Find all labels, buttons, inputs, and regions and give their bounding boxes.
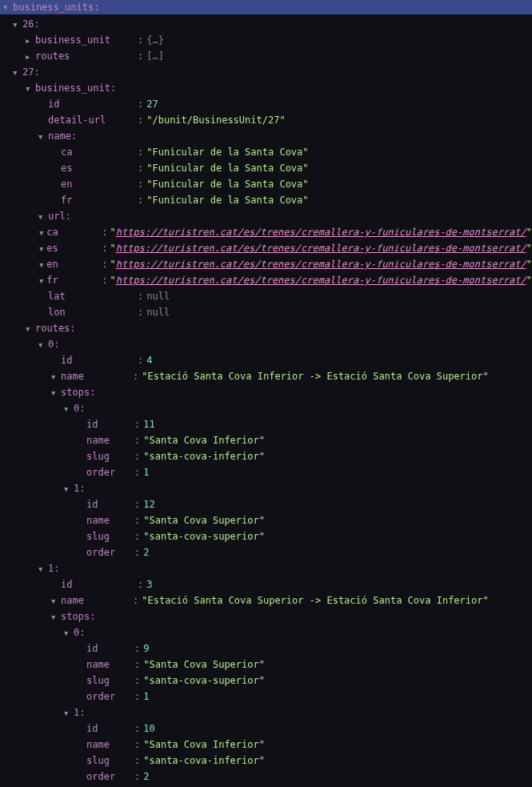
node-26-bu[interactable]: business_unit: {…}: [0, 32, 532, 48]
url-link[interactable]: https://turistren.cat/es/trenes/cremalle…: [116, 272, 526, 288]
node-route-0-stops[interactable]: stops:: [0, 384, 532, 400]
node-r0-s0-name[interactable]: name: "Santa Cova Inferior": [0, 432, 532, 448]
node-r1-s1-order[interactable]: order: 2: [0, 769, 532, 785]
key: id: [48, 96, 138, 112]
node-r1-s1-name[interactable]: name: "Santa Cova Inferior": [0, 737, 532, 753]
chevron-down-icon[interactable]: [26, 321, 35, 337]
node-r0-s0-id[interactable]: id: 11: [0, 416, 532, 432]
key: id: [86, 640, 134, 657]
url-link[interactable]: https://turistren.cat/es/trenes/cremalle…: [116, 240, 526, 256]
key: 26: [22, 16, 34, 32]
chevron-down-icon[interactable]: [64, 401, 74, 417]
node-r1-s0-slug[interactable]: slug: "santa-cova-superior": [0, 673, 532, 689]
node-27[interactable]: 27:: [0, 64, 532, 80]
chevron-down-icon[interactable]: [13, 65, 22, 81]
node-name-es[interactable]: es: "Funicular de la Santa Cova": [0, 160, 532, 176]
url-link[interactable]: https://turistren.cat/es/trenes/cremalle…: [116, 256, 526, 272]
node-url-ca[interactable]: ca: "https://turistren.cat/es/trenes/cre…: [0, 224, 532, 240]
chevron-right-icon[interactable]: [26, 49, 35, 65]
key: lat: [48, 288, 138, 304]
chevron-down-icon[interactable]: [39, 241, 46, 257]
node-url-en[interactable]: en: "https://turistren.cat/es/trenes/cre…: [0, 256, 532, 272]
node-27-routes[interactable]: routes:: [0, 320, 532, 336]
key: name: [86, 657, 134, 673]
node-r0-s0[interactable]: 0:: [0, 400, 532, 416]
node-route-0-id[interactable]: id: 4: [0, 352, 532, 368]
node-r1-s1[interactable]: 1:: [0, 705, 532, 721]
node-26[interactable]: 26:: [0, 16, 532, 32]
node-27-bu-url[interactable]: url:: [0, 208, 532, 224]
chevron-down-icon[interactable]: [51, 593, 61, 609]
chevron-down-icon[interactable]: [38, 129, 48, 145]
node-lon[interactable]: lon: null: [0, 304, 532, 320]
key: routes: [35, 48, 138, 64]
value: santa-cova-superior: [149, 528, 258, 544]
node-url-es[interactable]: es: "https://turistren.cat/es/trenes/cre…: [0, 240, 532, 256]
chevron-down-icon[interactable]: [51, 385, 61, 401]
node-r0-s1-id[interactable]: id: 12: [0, 496, 532, 512]
value: Santa Cova Superior: [149, 657, 258, 673]
node-route-1-name[interactable]: name: "Estació Santa Cova Superior -> Es…: [0, 592, 532, 608]
chevron-down-icon[interactable]: [26, 81, 35, 97]
key: detail-url: [48, 112, 138, 128]
node-name-ca[interactable]: ca: "Funicular de la Santa Cova": [0, 144, 532, 160]
node-r1-s0-id[interactable]: id: 9: [0, 640, 532, 657]
value: santa-cova-superior: [149, 673, 258, 689]
key: id: [61, 576, 138, 592]
node-r0-s1-slug[interactable]: slug: "santa-cova-superior": [0, 528, 532, 544]
node-26-routes[interactable]: routes: […]: [0, 48, 532, 64]
root-row[interactable]: business_units:: [0, 0, 532, 14]
url-link[interactable]: https://turistren.cat/es/trenes/cremalle…: [116, 224, 526, 240]
node-r1-s0-name[interactable]: name: "Santa Cova Superior": [0, 657, 532, 673]
node-27-bu-detail-url[interactable]: detail-url: "/bunit/BusinessUnit/27": [0, 112, 532, 128]
chevron-down-icon[interactable]: [13, 17, 22, 33]
node-r1-s1-slug[interactable]: slug: "santa-cova-inferior": [0, 753, 532, 769]
chevron-down-icon[interactable]: [64, 625, 74, 641]
chevron-down-icon[interactable]: [51, 369, 61, 385]
node-route-0-name[interactable]: name: "Estació Santa Cova Inferior -> Es…: [0, 368, 532, 384]
value: Santa Cova Inferior: [149, 737, 258, 753]
node-lat[interactable]: lat: null: [0, 288, 532, 304]
node-route-1-id[interactable]: id: 3: [0, 576, 532, 592]
chevron-down-icon[interactable]: [39, 225, 46, 241]
chevron-down-icon[interactable]: [38, 561, 48, 577]
key: order: [86, 769, 134, 785]
key: 0: [74, 400, 79, 416]
chevron-down-icon[interactable]: [38, 209, 48, 225]
key: 1: [48, 560, 54, 576]
node-27-bu-name[interactable]: name:: [0, 128, 532, 144]
node-r0-s0-order[interactable]: order: 1: [0, 464, 532, 480]
node-27-bu[interactable]: business_unit:: [0, 80, 532, 96]
key: es: [61, 160, 138, 176]
chevron-down-icon[interactable]: [39, 273, 46, 289]
chevron-down-icon[interactable]: [39, 257, 46, 273]
node-r0-s1[interactable]: 1:: [0, 480, 532, 496]
node-url-fr[interactable]: fr: "https://turistren.cat/es/trenes/cre…: [0, 272, 532, 288]
key: url: [48, 208, 66, 224]
chevron-down-icon[interactable]: [64, 481, 74, 497]
node-route-1[interactable]: 1:: [0, 560, 532, 576]
value: 1: [143, 689, 149, 705]
node-r1-s1-id[interactable]: id: 10: [0, 721, 532, 737]
chevron-down-icon[interactable]: [3, 0, 13, 14]
node-r0-s1-order[interactable]: order: 2: [0, 544, 532, 560]
node-r0-s1-name[interactable]: name: "Santa Cova Superior": [0, 512, 532, 528]
key: name: [61, 368, 133, 384]
node-r1-s0[interactable]: 0:: [0, 624, 532, 640]
node-name-en[interactable]: en: "Funicular de la Santa Cova": [0, 176, 532, 192]
key: 0: [48, 336, 54, 352]
value: Funicular de la Santa Cova: [152, 192, 302, 208]
chevron-down-icon[interactable]: [51, 609, 61, 625]
key: stops: [61, 384, 90, 400]
value: Funicular de la Santa Cova: [152, 160, 302, 176]
node-r1-s0-order[interactable]: order: 1: [0, 689, 532, 705]
node-name-fr[interactable]: fr: "Funicular de la Santa Cova": [0, 192, 532, 208]
node-r0-s0-slug[interactable]: slug: "santa-cova-inferior": [0, 448, 532, 464]
key: stops: [61, 608, 90, 624]
chevron-down-icon[interactable]: [38, 337, 48, 353]
node-route-1-stops[interactable]: stops:: [0, 608, 532, 624]
node-route-0[interactable]: 0:: [0, 336, 532, 352]
chevron-down-icon[interactable]: [64, 705, 74, 721]
node-27-bu-id[interactable]: id: 27: [0, 96, 532, 112]
chevron-right-icon[interactable]: [26, 33, 35, 49]
